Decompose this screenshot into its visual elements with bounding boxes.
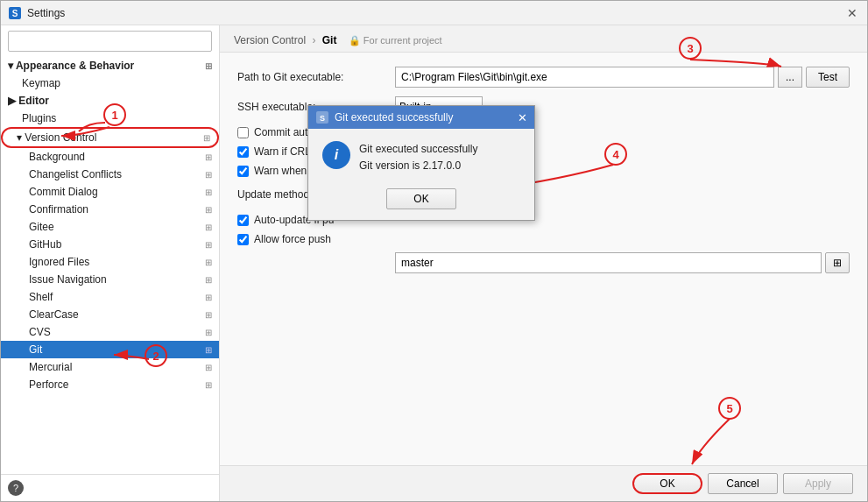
window-title: Settings — [27, 7, 844, 19]
cherry-pick-checkbox[interactable] — [237, 127, 249, 138]
appearance-badge: ⊞ — [205, 61, 212, 71]
breadcrumb: Version Control › Git 🔒 For current proj… — [234, 34, 442, 46]
crlf-checkbox[interactable] — [237, 146, 249, 158]
sidebar-item-git[interactable]: Git ⊞ — [1, 341, 219, 358]
close-button[interactable]: ✕ — [844, 5, 860, 21]
sidebar-item-plugins[interactable]: Plugins — [1, 110, 219, 127]
sidebar-item-keymap[interactable]: Keymap — [1, 74, 219, 92]
dialog-message: Git executed successfully Git version is… — [359, 141, 477, 174]
settings-window: S Settings ✕ ▾ Appearance & Behavior ⊞ K… — [0, 0, 868, 502]
sidebar-item-commit-dialog[interactable]: Commit Dialog ⊞ — [1, 183, 219, 201]
dialog-body: i Git executed successfully Git version … — [308, 129, 534, 183]
git-success-dialog: S Git executed successfully ✕ i Git exec… — [307, 105, 535, 221]
sidebar-item-perforce[interactable]: Perforce ⊞ — [1, 376, 219, 393]
sidebar: ▾ Appearance & Behavior ⊞ Keymap ▶ Edito… — [1, 25, 220, 501]
sidebar-item-appearance[interactable]: ▾ Appearance & Behavior ⊞ — [1, 57, 219, 74]
test-button[interactable]: Test — [806, 67, 850, 88]
apply-button[interactable]: Apply — [783, 473, 853, 494]
main-content: Path to Git executable: C:\Program Files… — [220, 53, 867, 465]
sidebar-item-cvs[interactable]: CVS ⊞ — [1, 323, 219, 341]
sidebar-item-version-control[interactable]: ▾ Version Control ⊞ — [1, 127, 219, 148]
sidebar-tree: ▾ Appearance & Behavior ⊞ Keymap ▶ Edito… — [1, 57, 219, 474]
sidebar-item-clearcase[interactable]: ClearCase ⊞ — [1, 306, 219, 323]
git-path-input[interactable]: C:\Program Files\Git\bin\git.exe — [395, 67, 774, 88]
sidebar-item-changelist-conflicts[interactable]: Changelist Conflicts ⊞ — [1, 166, 219, 183]
dialog-app-icon: S — [315, 110, 329, 124]
dialog-title-bar: S Git executed successfully ✕ — [308, 106, 534, 129]
dialog-close-button[interactable]: ✕ — [518, 111, 527, 124]
sidebar-item-editor[interactable]: ▶ Editor — [1, 92, 219, 110]
sidebar-item-mercurial[interactable]: Mercurial ⊞ — [1, 358, 219, 376]
ok-button[interactable]: OK — [632, 473, 702, 494]
dialog-ok-button[interactable]: OK — [386, 188, 456, 209]
search-input[interactable] — [14, 35, 206, 47]
sidebar-bottom: ? — [1, 474, 219, 501]
force-push-checkbox[interactable] — [237, 234, 249, 245]
sidebar-item-confirmation[interactable]: Confirmation ⊞ — [1, 201, 219, 218]
sidebar-item-shelf[interactable]: Shelf ⊞ — [1, 288, 219, 306]
dialog-info-icon: i — [322, 141, 350, 169]
sidebar-item-gitee[interactable]: Gitee ⊞ — [1, 218, 219, 236]
main-panel: Version Control › Git 🔒 For current proj… — [220, 25, 867, 501]
cancel-button[interactable]: Cancel — [708, 473, 778, 494]
sidebar-item-background[interactable]: Background ⊞ — [1, 148, 219, 166]
title-bar: S Settings ✕ — [1, 1, 867, 25]
dialog-footer: OK — [308, 183, 534, 220]
dialog-overlay: S Git executed successfully ✕ i Git exec… — [307, 105, 867, 465]
svg-text:S: S — [320, 114, 325, 123]
git-path-row: Path to Git executable: C:\Program Files… — [237, 67, 850, 88]
bottom-bar: OK Cancel Apply — [220, 465, 867, 501]
svg-text:S: S — [12, 9, 18, 18]
help-button[interactable]: ? — [8, 480, 24, 496]
app-icon: S — [8, 6, 22, 20]
detached-head-checkbox[interactable] — [237, 166, 249, 177]
sidebar-item-github[interactable]: GitHub ⊞ — [1, 236, 219, 253]
dialog-title-text: Git executed successfully — [335, 111, 518, 124]
auto-update-checkbox[interactable] — [237, 215, 249, 226]
search-box[interactable] — [8, 31, 212, 52]
git-path-label: Path to Git executable: — [237, 71, 395, 83]
content-area: ▾ Appearance & Behavior ⊞ Keymap ▶ Edito… — [1, 25, 867, 501]
main-header: Version Control › Git 🔒 For current proj… — [220, 25, 867, 53]
sidebar-item-ignored-files[interactable]: Ignored Files ⊞ — [1, 253, 219, 271]
browse-button[interactable]: ... — [778, 67, 802, 88]
vc-badge: ⊞ — [203, 133, 210, 143]
sidebar-item-issue-navigation[interactable]: Issue Navigation ⊞ — [1, 271, 219, 288]
